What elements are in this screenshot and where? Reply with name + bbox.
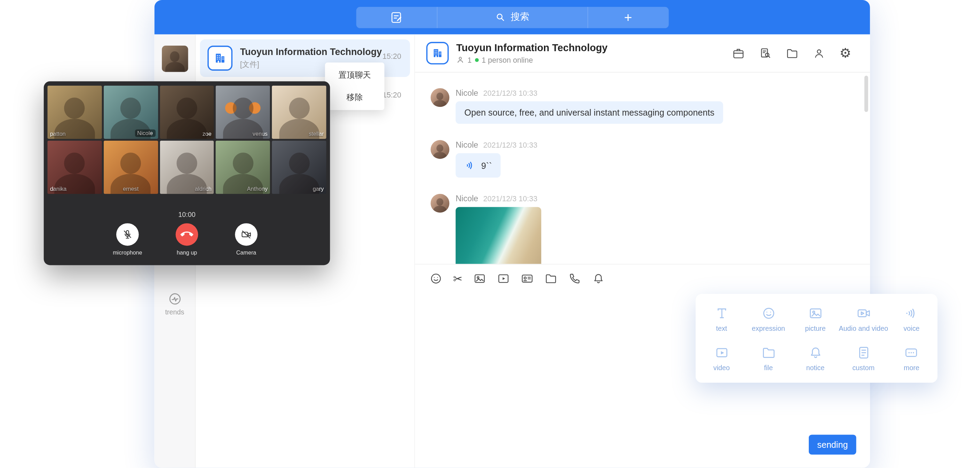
video-play-icon	[714, 345, 729, 360]
members-icon	[456, 56, 464, 64]
smiley-icon	[761, 306, 776, 321]
search-bar: 搜索 +	[356, 6, 668, 28]
card-button[interactable]	[520, 272, 534, 285]
video-button[interactable]	[497, 272, 510, 285]
scrollbar-thumb[interactable]	[864, 75, 868, 112]
smiley-icon	[430, 272, 443, 285]
plus-icon: +	[624, 9, 632, 26]
conversation-avatar	[207, 46, 232, 71]
quick-more[interactable]: more	[888, 339, 935, 378]
participant-tile[interactable]: venus	[216, 86, 270, 139]
voice-waves-icon	[464, 160, 476, 171]
participant-tile[interactable]: aldrich	[160, 141, 214, 194]
quick-label: text	[716, 324, 727, 332]
screenshot-button[interactable]: ✂	[453, 272, 463, 285]
add-button[interactable]: +	[587, 6, 668, 28]
settings-button[interactable]: ⚙	[839, 47, 851, 60]
participant-name: danika	[50, 185, 67, 192]
camera-button[interactable]	[235, 223, 258, 246]
online-status: 1 person online	[482, 55, 533, 64]
notice-button[interactable]	[592, 272, 605, 285]
control-label: microphone	[113, 250, 142, 256]
conversation-time: 15:20	[382, 91, 401, 99]
participant-tile[interactable]: gary	[272, 141, 326, 194]
call-timer: 10:00	[47, 211, 326, 218]
id-card-icon	[520, 272, 534, 285]
voice-icon	[904, 306, 919, 321]
search-records-button[interactable]	[759, 47, 772, 60]
camera-control: Camera	[226, 223, 267, 256]
compose-button[interactable]	[356, 6, 437, 28]
composer-toolbar: ✂	[415, 264, 870, 292]
sender-avatar[interactable]	[431, 194, 449, 213]
hang-up-button[interactable]	[176, 223, 198, 246]
participant-name: aldrich	[195, 185, 212, 192]
participant-tile[interactable]: Nicole	[104, 86, 158, 139]
chat-title: Tuoyun Information Technology	[456, 42, 732, 53]
message-time: 2021/12/3 10:33	[483, 89, 537, 97]
picture-button[interactable]	[473, 272, 487, 285]
chat-meta: 1 1 person online	[456, 55, 732, 64]
participant-name: Anthony	[247, 185, 267, 192]
voice-message-bubble[interactable]: 9``	[455, 153, 501, 177]
participant-tile[interactable]: stellar	[272, 86, 326, 139]
quick-audio-video[interactable]: Audio and video	[839, 299, 888, 338]
menu-item-pin-chat[interactable]: 置顶聊天	[325, 64, 385, 86]
send-button[interactable]: sending	[809, 434, 856, 454]
participant-tile[interactable]: Anthony	[216, 141, 270, 194]
search-icon	[495, 12, 506, 22]
mic-off-icon	[122, 229, 133, 240]
participant-tile[interactable]: ernest	[104, 141, 158, 194]
quick-text[interactable]: text	[698, 299, 745, 338]
menu-item-remove[interactable]: 移除	[325, 86, 385, 109]
quick-voice[interactable]: voice	[888, 299, 935, 338]
control-label: Camera	[236, 250, 256, 256]
search-input[interactable]: 搜索	[437, 6, 587, 28]
conversation-title: Tuoyun Information Technology	[240, 46, 402, 57]
message-body: Nicole 2021/12/3 10:33	[455, 194, 541, 264]
sender-avatar[interactable]	[431, 88, 449, 107]
message-time: 2021/12/3 10:33	[483, 195, 537, 203]
emoji-button[interactable]	[430, 272, 443, 285]
member-count: 1	[468, 55, 472, 64]
message-body: Nicole 2021/12/3 10:33 Open source, free…	[455, 88, 723, 124]
compose-icon	[390, 10, 403, 24]
text-message-bubble[interactable]: Open source, free, and universal instant…	[455, 101, 723, 124]
message-head: Nicole 2021/12/3 10:33	[455, 140, 537, 149]
phone-icon	[568, 272, 582, 285]
files-button[interactable]	[786, 47, 799, 60]
quick-file[interactable]: file	[745, 339, 792, 378]
participant-name: zoe	[202, 131, 212, 137]
company-icon	[214, 52, 226, 64]
quick-expression[interactable]: expression	[745, 299, 792, 338]
sender-avatar[interactable]	[431, 140, 449, 159]
voice-duration: 9``	[481, 161, 492, 171]
call-button[interactable]	[568, 272, 582, 285]
online-dot	[475, 58, 479, 62]
microphone-button[interactable]	[116, 223, 139, 246]
topbar: 搜索 +	[154, 0, 870, 35]
participant-tile[interactable]: danika	[47, 141, 102, 194]
conversation-time: 15:20	[382, 52, 401, 61]
quick-notice[interactable]: notice	[792, 339, 839, 378]
search-placeholder: 搜索	[511, 11, 529, 23]
user-avatar[interactable]	[161, 46, 188, 72]
quick-picture[interactable]: picture	[792, 299, 839, 338]
document-icon	[856, 345, 871, 360]
history-button[interactable]	[732, 47, 745, 60]
members-button[interactable]	[813, 47, 826, 60]
quick-custom[interactable]: custom	[839, 339, 888, 378]
image-message-beach-photo[interactable]	[455, 207, 541, 264]
participant-tile[interactable]: patton	[47, 86, 102, 139]
chat-header-actions: ⚙	[732, 47, 851, 60]
sender-name: Nicole	[455, 88, 478, 97]
quick-label: expression	[752, 324, 785, 332]
file-button[interactable]	[544, 272, 557, 285]
quick-video[interactable]: video	[698, 339, 745, 378]
picture-icon	[808, 306, 823, 321]
gear-icon: ⚙	[839, 47, 851, 60]
participant-tile[interactable]: zoe	[160, 86, 214, 139]
hangup-control: hang up	[166, 223, 208, 256]
nav-item-trends[interactable]: trends	[154, 291, 195, 316]
search-document-icon	[759, 47, 772, 60]
